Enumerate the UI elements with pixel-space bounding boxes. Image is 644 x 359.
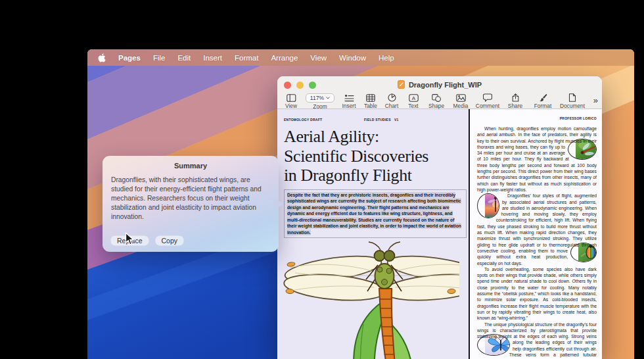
share-icon bbox=[511, 93, 520, 102]
document-file-icon bbox=[398, 80, 405, 89]
paintbrush-icon bbox=[538, 93, 547, 102]
text-button[interactable]: A Text bbox=[402, 93, 425, 109]
popup-buttons: Replace Copy bbox=[110, 235, 184, 246]
meta-version: V1 bbox=[394, 118, 399, 122]
page-right[interactable]: PROFESSOR LORICO When hunting, dragonfli… bbox=[470, 109, 602, 359]
svg-text:A: A bbox=[411, 95, 415, 101]
desktop: Pages File Edit Insert Format Arrange Vi… bbox=[87, 49, 634, 359]
copy-button[interactable]: Copy bbox=[155, 235, 185, 246]
text-box-icon: A bbox=[409, 93, 419, 102]
zoom-value: 117% bbox=[310, 95, 324, 101]
shape-button[interactable]: Shape bbox=[425, 93, 448, 109]
document-canvas: ENTOMOLOGY DRAFT FIELD STUDIES V1 Aerial… bbox=[277, 109, 602, 359]
document-title: Aerial Agility: Scientific Discoveries i… bbox=[284, 127, 463, 185]
view-button[interactable]: View bbox=[280, 93, 302, 109]
format-button[interactable]: Format bbox=[528, 93, 557, 109]
chevron-down-icon bbox=[326, 97, 330, 99]
pie-chart-icon bbox=[388, 93, 396, 102]
mouse-cursor bbox=[125, 232, 135, 246]
minimize-button[interactable] bbox=[296, 82, 304, 89]
document-button[interactable]: Document bbox=[557, 93, 587, 109]
table-button[interactable]: Table bbox=[360, 93, 381, 109]
zoom-window-button[interactable] bbox=[309, 82, 316, 89]
meta-field-studies: FIELD STUDIES bbox=[364, 118, 391, 122]
menu-item-pages[interactable]: Pages bbox=[118, 54, 141, 62]
meta-entomology-draft: ENTOMOLOGY DRAFT bbox=[284, 118, 322, 122]
paragraph-4: The unique physiological structure of th… bbox=[477, 322, 597, 359]
apple-menu-icon[interactable] bbox=[98, 53, 106, 62]
shapes-icon bbox=[432, 93, 441, 102]
share-button[interactable]: Share bbox=[502, 93, 528, 109]
table-icon bbox=[366, 93, 375, 102]
dragonfly-illustration[interactable] bbox=[282, 239, 459, 359]
popup-title: Summary bbox=[103, 156, 279, 170]
insert-icon bbox=[344, 93, 354, 102]
selected-intro-paragraph[interactable]: Despite the fact that they are prehistor… bbox=[284, 189, 467, 239]
popup-summary-text: Dragonflies, with their sophisticated wi… bbox=[111, 176, 270, 222]
menu-item-insert[interactable]: Insert bbox=[203, 54, 222, 62]
toolbar-overflow-button[interactable]: » bbox=[593, 93, 598, 105]
title-bar[interactable]: Dragonfly Flight_WIP bbox=[277, 76, 602, 93]
zoom-control[interactable]: 117% Zoom bbox=[302, 93, 338, 110]
paragraph-3: To avoid overheating, some species also … bbox=[477, 266, 597, 322]
sidebar-icon bbox=[287, 93, 296, 102]
media-button[interactable]: Media bbox=[448, 93, 473, 109]
menu-item-view[interactable]: View bbox=[310, 54, 327, 62]
window-chrome: Dragonfly Flight_WIP View 117% Zoom bbox=[277, 76, 602, 109]
menu-item-arrange[interactable]: Arrange bbox=[271, 54, 298, 62]
page-icon bbox=[568, 93, 576, 102]
byline: PROFESSOR LORICO bbox=[477, 116, 597, 120]
comment-button[interactable]: Comment bbox=[473, 93, 502, 109]
pages-window: Dragonfly Flight_WIP View 117% Zoom bbox=[277, 76, 602, 359]
paragraph-1: When hunting, dragonflies employ motion … bbox=[477, 126, 597, 193]
menu-item-file[interactable]: File bbox=[153, 54, 166, 62]
menu-item-edit[interactable]: Edit bbox=[177, 54, 191, 62]
comment-bubble-icon bbox=[483, 93, 492, 102]
insert-button[interactable]: Insert bbox=[338, 93, 360, 109]
photo-icon bbox=[456, 93, 466, 102]
page-left[interactable]: ENTOMOLOGY DRAFT FIELD STUDIES V1 Aerial… bbox=[277, 109, 469, 359]
dragonfly-sunset-oval-2[interactable] bbox=[477, 193, 499, 218]
close-button[interactable] bbox=[284, 82, 291, 89]
menu-item-window[interactable]: Window bbox=[339, 54, 366, 62]
window-title: Dragonfly Flight_WIP bbox=[409, 81, 482, 89]
paragraph-2: Dragonflies’ four styles of flight, augm… bbox=[477, 193, 597, 266]
document-meta-row: ENTOMOLOGY DRAFT FIELD STUDIES V1 bbox=[284, 118, 463, 122]
chart-button[interactable]: Chart bbox=[381, 93, 402, 109]
toolbar: View 117% Zoom Insert bbox=[277, 93, 602, 110]
menu-item-format[interactable]: Format bbox=[235, 54, 258, 62]
article-text: When hunting, dragonflies employ motion … bbox=[477, 126, 597, 359]
menu-bar: Pages File Edit Insert Format Arrange Vi… bbox=[87, 49, 634, 66]
menu-item-help[interactable]: Help bbox=[379, 54, 394, 62]
